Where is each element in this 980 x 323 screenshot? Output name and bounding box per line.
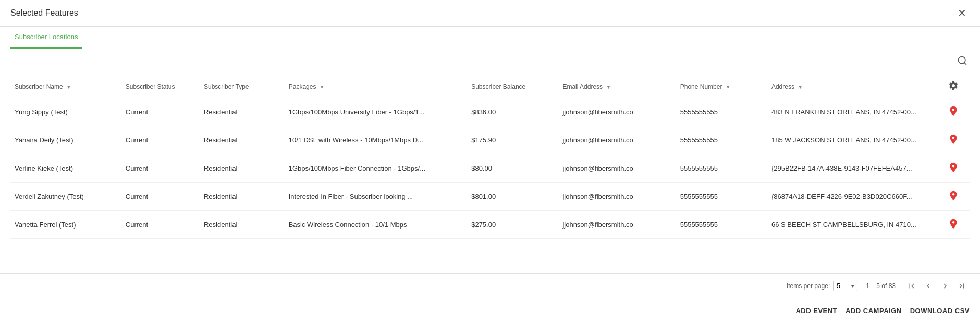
table-row: Yung Sippy (Test)CurrentResidential1Gbps… xyxy=(10,98,970,126)
col-header-status: Subscriber Status xyxy=(121,75,200,98)
cell-name: Yahaira Deily (Test) xyxy=(10,126,121,154)
cell-package: 10/1 DSL with Wireless - 10Mbps/1Mbps D.… xyxy=(285,126,467,154)
cell-address: {295B22FB-147A-438E-9143-F07FEFEA457... xyxy=(767,154,937,183)
sort-arrow-phone: ▼ xyxy=(726,84,731,90)
cell-package: Basic Wireless Connection - 10/1 Mbps xyxy=(285,211,467,239)
col-header-email[interactable]: Email Address ▼ xyxy=(558,75,676,98)
cell-status: Current xyxy=(121,126,200,154)
search-button[interactable] xyxy=(955,53,970,70)
col-header-settings[interactable] xyxy=(937,75,970,98)
cell-email: jjohnson@fibersmith.co xyxy=(558,154,676,183)
col-header-name[interactable]: Subscriber Name ▼ xyxy=(10,75,121,98)
row-action-icon[interactable] xyxy=(948,134,959,145)
cell-phone: 5555555555 xyxy=(676,211,767,239)
footer-actions: ADD EVENT ADD CAMPAIGN DOWNLOAD CSV xyxy=(0,298,980,323)
items-per-page-select[interactable]: 5102550100 xyxy=(833,281,858,291)
cell-type: Residential xyxy=(200,126,285,154)
cell-phone: 5555555555 xyxy=(676,98,767,126)
cell-balance: $801.00 xyxy=(467,183,558,211)
cell-action xyxy=(937,183,970,211)
cell-phone: 5555555555 xyxy=(676,154,767,183)
row-action-icon[interactable] xyxy=(948,162,959,173)
cell-address: 483 N FRANKLIN ST ORLEANS, IN 47452-00..… xyxy=(767,98,937,126)
cell-address: {86874A18-DEFF-4226-9E02-B3D020C660F... xyxy=(767,183,937,211)
col-header-type: Subscriber Type xyxy=(200,75,285,98)
pagination-footer: Items per page: 5102550100 1 – 5 of 83 xyxy=(0,273,980,298)
data-table-container: Subscriber Name ▼ Subscriber Status Subs… xyxy=(0,75,980,273)
pagination-range: 1 – 5 of 83 xyxy=(866,282,896,290)
last-page-button[interactable] xyxy=(954,279,970,293)
cell-package: Interested In Fiber - Subscriber looking… xyxy=(285,183,467,211)
svg-line-1 xyxy=(964,63,966,65)
panel-title: Selected Features xyxy=(10,8,78,18)
next-page-button[interactable] xyxy=(937,279,953,293)
prev-page-icon xyxy=(924,281,933,291)
cell-balance: $275.00 xyxy=(467,211,558,239)
col-header-address[interactable]: Address ▼ xyxy=(767,75,937,98)
search-icon xyxy=(957,55,967,66)
next-page-icon xyxy=(940,281,950,291)
add-campaign-button[interactable]: ADD CAMPAIGN xyxy=(846,305,902,317)
row-action-icon[interactable] xyxy=(948,218,959,230)
cell-action xyxy=(937,211,970,239)
close-button[interactable]: ✕ xyxy=(954,5,970,21)
cell-status: Current xyxy=(121,98,200,126)
cell-type: Residential xyxy=(200,183,285,211)
download-csv-button[interactable]: DOWNLOAD CSV xyxy=(910,305,970,317)
cell-type: Residential xyxy=(200,98,285,126)
items-per-page-label: Items per page: xyxy=(787,282,830,290)
cell-phone: 5555555555 xyxy=(676,126,767,154)
sort-arrow-name: ▼ xyxy=(66,84,71,90)
col-header-package[interactable]: Packages ▼ xyxy=(285,75,467,98)
tab-subscriber-locations[interactable]: Subscriber Locations xyxy=(10,27,82,49)
cell-balance: $836.00 xyxy=(467,98,558,126)
cell-action xyxy=(937,126,970,154)
sort-arrow-package: ▼ xyxy=(320,84,325,90)
sort-arrow-address: ▼ xyxy=(798,84,803,90)
items-per-page-control: Items per page: 5102550100 xyxy=(787,281,858,291)
first-page-icon xyxy=(907,281,916,291)
pagination-controls xyxy=(904,279,970,293)
cell-email: jjohnson@fibersmith.co xyxy=(558,211,676,239)
table-row: Vanetta Ferrel (Test)CurrentResidentialB… xyxy=(10,211,970,239)
table-row: Verline Kieke (Test)CurrentResidential1G… xyxy=(10,154,970,183)
sort-arrow-email: ▼ xyxy=(606,84,611,90)
selected-features-panel: Selected Features ✕ Subscriber Locations xyxy=(0,0,980,323)
last-page-icon xyxy=(957,281,966,291)
col-header-phone[interactable]: Phone Number ▼ xyxy=(676,75,767,98)
row-action-icon[interactable] xyxy=(948,190,959,201)
cell-type: Residential xyxy=(200,154,285,183)
panel-header: Selected Features ✕ xyxy=(0,0,980,27)
prev-page-button[interactable] xyxy=(921,279,936,293)
cell-balance: $80.00 xyxy=(467,154,558,183)
table-body: Yung Sippy (Test)CurrentResidential1Gbps… xyxy=(10,98,970,239)
tabs-bar: Subscriber Locations xyxy=(0,27,980,49)
col-header-balance: Subscriber Balance xyxy=(467,75,558,98)
cell-phone: 5555555555 xyxy=(676,183,767,211)
subscribers-table: Subscriber Name ▼ Subscriber Status Subs… xyxy=(10,75,970,239)
cell-name: Vanetta Ferrel (Test) xyxy=(10,211,121,239)
cell-action xyxy=(937,154,970,183)
cell-email: jjohnson@fibersmith.co xyxy=(558,98,676,126)
cell-address: 66 S BEECH ST CAMPBELLSBURG, IN 4710... xyxy=(767,211,937,239)
cell-package: 1Gbps/100Mbps University Fiber - 1Gbps/1… xyxy=(285,98,467,126)
cell-action xyxy=(937,98,970,126)
cell-name: Verdell Zakutney (Test) xyxy=(10,183,121,211)
table-row: Yahaira Deily (Test)CurrentResidential10… xyxy=(10,126,970,154)
cell-status: Current xyxy=(121,183,200,211)
row-action-icon[interactable] xyxy=(948,105,959,117)
cell-status: Current xyxy=(121,154,200,183)
first-page-button[interactable] xyxy=(904,279,920,293)
cell-type: Residential xyxy=(200,211,285,239)
cell-name: Yung Sippy (Test) xyxy=(10,98,121,126)
toolbar xyxy=(0,49,980,75)
cell-address: 185 W JACKSON ST ORLEANS, IN 47452-00... xyxy=(767,126,937,154)
add-event-button[interactable]: ADD EVENT xyxy=(795,305,837,317)
table-row: Verdell Zakutney (Test)CurrentResidentia… xyxy=(10,183,970,211)
cell-balance: $175.90 xyxy=(467,126,558,154)
cell-status: Current xyxy=(121,211,200,239)
cell-email: jjohnson@fibersmith.co xyxy=(558,183,676,211)
cell-email: jjohnson@fibersmith.co xyxy=(558,126,676,154)
table-header-row: Subscriber Name ▼ Subscriber Status Subs… xyxy=(10,75,970,98)
bottom-section: Items per page: 5102550100 1 – 5 of 83 xyxy=(0,273,980,323)
